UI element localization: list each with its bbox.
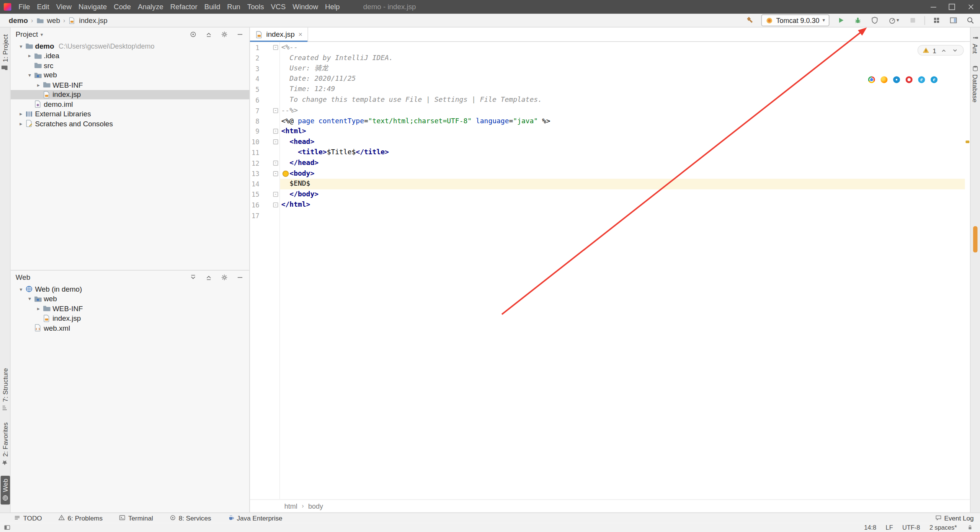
menu-run[interactable]: Run	[224, 3, 243, 11]
tree-collapse-arrow-icon[interactable]: ▾	[17, 43, 25, 49]
toolwindow-button-8-services[interactable]: 8: Services	[169, 514, 211, 522]
tree-expand-arrow-icon[interactable]: ▸	[34, 305, 42, 312]
readonly-lock-icon[interactable]	[966, 524, 974, 531]
grid-button[interactable]	[931, 15, 942, 26]
collapse-all-button[interactable]	[204, 273, 213, 282]
prev-warning-button[interactable]	[939, 46, 947, 54]
coverage-button[interactable]	[869, 15, 880, 26]
profiler-button[interactable]: ▾	[885, 15, 902, 26]
toolwindow-button-todo[interactable]: TODO	[14, 514, 42, 522]
editor-breadcrumb-body[interactable]: body	[308, 502, 323, 510]
tree-item-external-libraries[interactable]: ▸External Libraries	[11, 109, 250, 119]
maximize-button[interactable]	[942, 0, 961, 14]
menu-code[interactable]: Code	[110, 3, 134, 11]
fold-close-icon[interactable]: -	[273, 192, 278, 197]
layout-button[interactable]	[947, 15, 959, 26]
hide-button[interactable]	[235, 30, 244, 39]
menu-edit[interactable]: Edit	[33, 3, 52, 11]
menu-navigate[interactable]: Navigate	[75, 3, 110, 11]
search-button[interactable]	[964, 15, 976, 26]
fold-open-icon[interactable]: -	[273, 139, 278, 144]
tree-item-web[interactable]: ▾web	[11, 70, 250, 80]
tree-item-idea[interactable]: ▸.idea	[11, 51, 250, 60]
menu-view[interactable]: View	[53, 3, 75, 11]
status-caret-position[interactable]: 14:8	[864, 524, 876, 531]
chevron-down-icon[interactable]: ▾	[41, 31, 43, 37]
toolwindow-button-2-favorites[interactable]: 2: Favorites	[1, 423, 9, 466]
toolwindow-button-terminal[interactable]: Terminal	[119, 514, 153, 522]
toolwindow-button-1-project[interactable]: 1: Project	[1, 34, 9, 72]
toolwindow-button-7-structure[interactable]: 7: Structure	[1, 368, 9, 411]
close-button[interactable]	[961, 0, 980, 14]
tree-expand-arrow-icon[interactable]: ▸	[17, 121, 25, 127]
next-warning-button[interactable]	[951, 46, 959, 54]
run-config-combo[interactable]: Tomcat 9.0.30 ▾	[761, 15, 829, 26]
menu-tools[interactable]: Tools	[244, 3, 268, 11]
fold-close-icon[interactable]: -	[273, 202, 278, 207]
firefox-browser-icon[interactable]	[880, 76, 887, 83]
status-indent-style[interactable]: 2 spaces*	[929, 524, 957, 531]
fold-open-icon[interactable]: -	[273, 45, 278, 50]
settings-button[interactable]	[219, 273, 229, 282]
tree-item-src[interactable]: src	[11, 60, 250, 70]
tree-item-web-in-demo[interactable]: ▾Web (in demo)	[11, 284, 250, 294]
inspections-widget[interactable]: 1	[918, 45, 964, 56]
tree-item-index-jsp[interactable]: index.jsp	[11, 313, 250, 323]
fold-open-icon[interactable]: -	[273, 171, 278, 176]
tree-expand-arrow-icon[interactable]: ▸	[34, 82, 42, 88]
opera-browser-icon[interactable]	[906, 76, 913, 83]
code-area[interactable]: <%-- Created by IntelliJ IDEA. User: 骑龙 …	[280, 42, 965, 499]
debug-button[interactable]	[852, 15, 864, 26]
tree-item-web-xml[interactable]: web.xml	[11, 323, 250, 333]
tree-collapse-arrow-icon[interactable]: ▾	[26, 72, 34, 78]
build-button[interactable]	[744, 15, 756, 26]
menu-refactor[interactable]: Refactor	[167, 3, 201, 11]
stop-button[interactable]	[907, 15, 919, 26]
expand-all-button[interactable]	[188, 273, 197, 282]
tree-item-web-inf[interactable]: ▸WEB-INF	[11, 80, 250, 90]
toolwindow-button-6-problems[interactable]: 6: Problems	[58, 514, 103, 522]
tree-item-index-jsp[interactable]: index.jsp	[11, 90, 250, 99]
tree-item-web-inf[interactable]: ▸WEB-INF	[11, 304, 250, 313]
breadcrumb-index-jsp[interactable]: index.jsp	[79, 16, 107, 24]
collapse-all-button[interactable]	[204, 30, 213, 39]
menu-analyze[interactable]: Analyze	[134, 3, 167, 11]
breadcrumb-demo[interactable]: demo	[9, 16, 28, 24]
chrome-browser-icon[interactable]	[868, 76, 875, 83]
status-line-ending[interactable]: LF	[886, 524, 893, 531]
tree-collapse-arrow-icon[interactable]: ▾	[26, 296, 34, 302]
tree-item-scratches-and-consoles[interactable]: ▸Scratches and Consoles	[11, 119, 250, 128]
fold-open-icon[interactable]: -	[273, 129, 278, 134]
fold-close-icon[interactable]: -	[273, 108, 278, 113]
edge-browser-icon[interactable]: e	[931, 76, 938, 83]
toolwindow-button-java-enterprise[interactable]: Java Enterprise	[227, 514, 283, 522]
tree-expand-arrow-icon[interactable]: ▸	[26, 53, 34, 59]
safari-browser-icon[interactable]	[893, 76, 900, 83]
run-button[interactable]	[835, 15, 847, 26]
settings-button[interactable]	[219, 30, 229, 39]
editor-breadcrumb-html[interactable]: html	[284, 502, 297, 510]
toolwindow-button-web[interactable]: Web	[0, 476, 10, 505]
minimize-button[interactable]	[924, 0, 942, 14]
tree-item-demo-iml[interactable]: demo.iml	[11, 100, 250, 109]
tree-item-web[interactable]: ▾web	[11, 294, 250, 304]
hide-button[interactable]	[235, 273, 244, 282]
project-panel-title[interactable]: Project	[16, 31, 38, 38]
status-file-encoding[interactable]: UTF-8	[902, 524, 920, 531]
select-opened-file-button[interactable]	[188, 30, 197, 39]
toolwindow-button-event-log[interactable]: Event Log	[935, 514, 974, 522]
toolwindow-button-database[interactable]: Database	[972, 65, 979, 102]
menu-help[interactable]: Help	[322, 3, 343, 11]
editor-gutter[interactable]: 1-234567-89-10-1112-13-1415-16-17	[250, 42, 280, 499]
toolwindow-button-ant[interactable]: Ant	[972, 34, 979, 54]
menu-window[interactable]: Window	[289, 3, 322, 11]
toolwindow-switcher-button[interactable]	[3, 523, 11, 531]
menu-build[interactable]: Build	[201, 3, 224, 11]
tab-close-icon[interactable]: ×	[298, 31, 302, 38]
breadcrumb-web[interactable]: web	[47, 16, 60, 24]
ie-browser-icon[interactable]: e	[918, 76, 925, 83]
tree-collapse-arrow-icon[interactable]: ▾	[17, 286, 25, 292]
tree-expand-arrow-icon[interactable]: ▸	[17, 111, 25, 117]
tree-item-demo[interactable]: ▾demoC:\Users\gcswei\Desktop\demo	[11, 41, 250, 51]
fold-close-icon[interactable]: -	[273, 160, 278, 165]
